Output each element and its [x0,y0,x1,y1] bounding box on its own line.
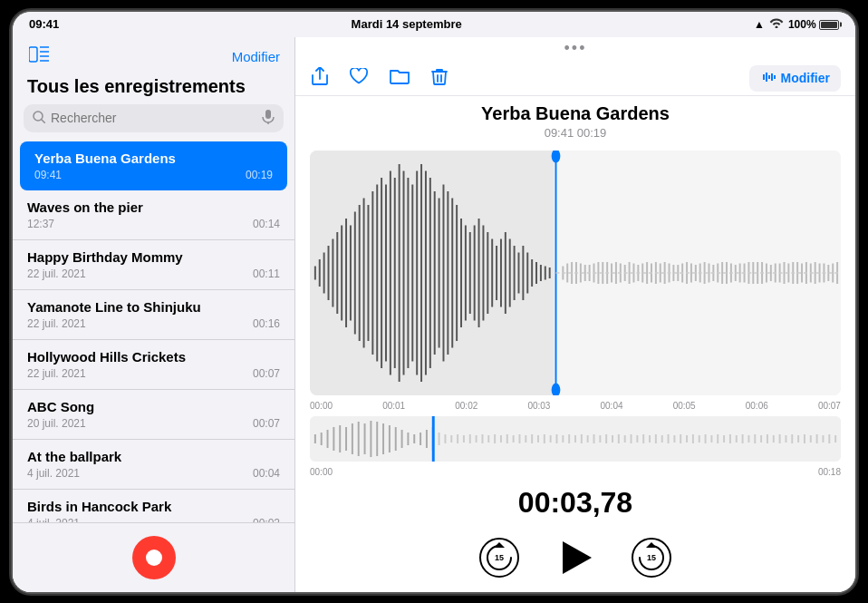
rec-date-5: 20 juil. 2021 [27,417,86,430]
recording-item-1[interactable]: Waves on the pier 12:37 00:14 [13,190,294,240]
search-input[interactable] [51,111,256,125]
svg-rect-210 [747,435,749,443]
recording-item-3[interactable]: Yamanote Line to Shinjuku 22 juil. 2021 … [13,290,294,340]
svg-rect-23 [341,225,342,320]
svg-rect-149 [376,422,378,456]
svg-rect-193 [642,434,644,443]
svg-rect-107 [709,263,710,282]
rec-date-1: 12:37 [27,218,54,230]
timeline-4: 00:04 [601,401,623,411]
recording-item-6[interactable]: At the ballpark 4 juil. 2021 00:04 [13,440,294,490]
svg-rect-61 [509,238,511,306]
svg-rect-62 [514,246,516,300]
svg-rect-141 [327,430,329,448]
detail-modifier-button[interactable]: Modifier [749,65,841,92]
svg-rect-29 [367,205,369,341]
svg-rect-171 [506,434,508,443]
svg-rect-96 [660,263,661,282]
svg-rect-196 [661,435,663,443]
recording-item-7[interactable]: Birds in Hancock Park 4 juil. 2021 00:02 [13,490,294,522]
detail-panel: ••• [295,37,855,592]
rec-date-2: 22 juil. 2021 [27,267,86,280]
timeline-3: 00:03 [527,401,550,411]
toolbar-left [310,65,449,92]
svg-rect-212 [760,435,762,443]
svg-rect-182 [574,435,576,443]
svg-rect-151 [389,425,391,452]
svg-rect-191 [631,434,632,443]
svg-rect-222 [822,435,824,443]
svg-rect-197 [668,434,670,443]
svg-rect-180 [562,435,564,443]
svg-rect-22 [336,232,338,314]
timeline-1: 00:01 [382,401,405,411]
svg-rect-166 [476,435,477,443]
svg-rect-201 [692,434,694,443]
svg-rect-203 [705,434,707,443]
rec-duration-6: 00:04 [253,467,280,480]
share-button[interactable] [310,65,330,92]
svg-rect-218 [797,435,799,443]
svg-rect-167 [481,434,483,443]
favorite-button[interactable] [348,66,370,91]
svg-rect-117 [752,262,754,284]
svg-rect-198 [673,435,675,443]
svg-rect-59 [500,238,502,306]
toolbar-right: Modifier [749,65,841,92]
svg-rect-155 [413,434,415,443]
svg-rect-172 [513,435,515,443]
recording-item-2[interactable]: Happy Birthday Mommy 22 juil. 2021 00:11 [13,240,294,290]
playback-controls: 15 15 [295,527,855,592]
timeline-2: 00:02 [455,401,477,411]
rec-name-5: ABC Song [27,399,280,414]
recording-item-0[interactable]: Yerba Buena Gardens 09:41 00:19 [20,141,287,190]
mini-waveform[interactable] [310,416,841,462]
svg-rect-70 [549,267,551,278]
svg-rect-48 [451,198,453,347]
recording-timestamp: 09:41 00:19 [295,126,855,140]
recording-list: Yerba Buena Gardens 09:41 00:19 Waves on… [13,141,294,522]
svg-rect-223 [828,434,830,443]
svg-rect-208 [736,435,738,443]
svg-rect-24 [345,219,347,327]
trash-button[interactable] [429,65,449,92]
record-area [13,522,294,592]
wifi-icon [769,17,784,31]
play-button[interactable] [555,538,595,578]
svg-rect-51 [465,225,467,320]
svg-rect-34 [390,170,391,374]
svg-rect-206 [723,435,725,443]
skip-forward-button[interactable]: 15 [632,538,671,578]
main-waveform[interactable] [310,151,841,395]
svg-rect-173 [518,434,520,443]
recording-item-5[interactable]: ABC Song 20 juil. 2021 00:07 [13,390,294,440]
search-icon [33,111,45,126]
svg-rect-216 [785,435,786,443]
svg-rect-144 [345,427,347,451]
rec-duration-5: 00:07 [253,417,280,430]
rec-name-3: Yamanote Line to Shinjuku [27,299,280,315]
svg-marker-225 [494,542,505,548]
sidebar-header: Modifier [13,37,294,73]
svg-rect-93 [646,262,648,284]
skip-back-button[interactable]: 15 [479,538,519,578]
svg-rect-175 [531,434,533,443]
sidebar-toggle-button[interactable] [27,44,51,69]
svg-rect-152 [395,427,397,451]
svg-rect-215 [779,434,781,443]
sidebar-modifier-button[interactable]: Modifier [232,49,280,64]
rec-name-7: Birds in Hancock Park [27,499,280,514]
recording-title: Yerba Buena Gardens [295,103,855,124]
svg-rect-169 [494,434,496,443]
folder-button[interactable] [388,66,411,91]
svg-rect-49 [456,205,458,341]
time-display: 00:03,78 [295,479,855,527]
recording-item-4[interactable]: Hollywood Hills Crickets 22 juil. 2021 0… [13,340,294,390]
skip-forward-circle: 15 [632,538,671,578]
svg-rect-143 [339,425,341,452]
svg-rect-147 [364,423,366,454]
rec-date-0: 09:41 [34,169,62,181]
mini-timeline-end: 00:18 [818,467,841,477]
record-button[interactable] [132,536,176,579]
rec-date-6: 4 juil. 2021 [27,467,80,480]
